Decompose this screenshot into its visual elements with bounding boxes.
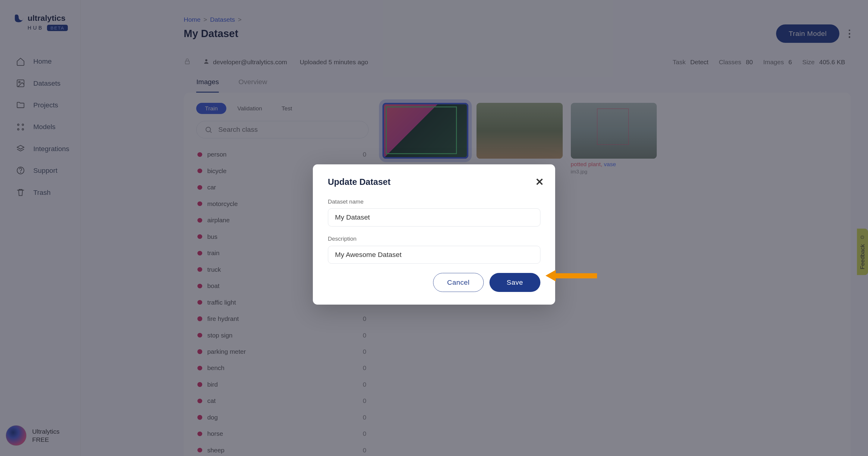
- desc-label: Description: [328, 235, 540, 242]
- name-label: Dataset name: [328, 198, 540, 205]
- close-icon[interactable]: ✕: [535, 176, 544, 188]
- cancel-button[interactable]: Cancel: [433, 273, 484, 292]
- update-dataset-modal: Update Dataset ✕ Dataset name Descriptio…: [313, 164, 555, 305]
- modal-backdrop[interactable]: Update Dataset ✕ Dataset name Descriptio…: [0, 0, 868, 456]
- dataset-name-input[interactable]: [328, 208, 540, 226]
- dataset-desc-input[interactable]: [328, 246, 540, 264]
- modal-title: Update Dataset: [328, 177, 540, 187]
- save-button[interactable]: Save: [490, 273, 540, 292]
- annotation-arrow: [546, 270, 597, 281]
